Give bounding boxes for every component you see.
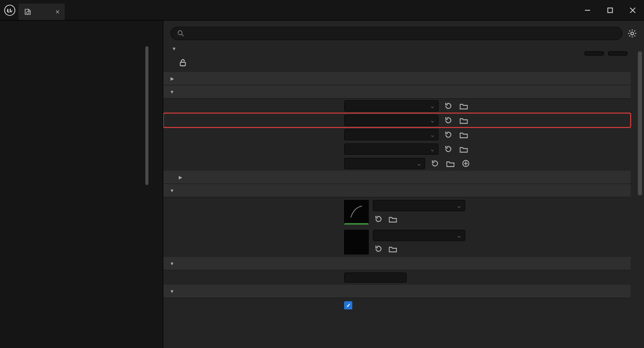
browse-icon[interactable]	[387, 243, 399, 254]
row-subtitles-enabled	[163, 298, 631, 313]
reset-icon[interactable]	[429, 158, 441, 169]
svg-line-16	[634, 30, 635, 31]
material-thumbnail[interactable]	[344, 200, 369, 225]
sidebar-scrollbar[interactable]	[145, 46, 148, 185]
unreal-logo-icon	[4, 5, 15, 16]
settings-gear-icon[interactable]	[628, 29, 637, 38]
preview-shadow-dropdown[interactable]: ⌵	[373, 200, 465, 211]
svg-point-1	[27, 12, 29, 14]
reset-icon[interactable]	[373, 243, 384, 254]
content-panel: ▼ ▶ ▼ ⌵	[163, 21, 644, 348]
subtitles-checkbox[interactable]	[344, 301, 352, 309]
row-viewport-class: ⌵	[163, 113, 631, 127]
material-thumbnail-none[interactable]	[344, 230, 369, 254]
tab-project-settings[interactable]: ×	[18, 4, 65, 20]
section-advanced[interactable]: ▶	[163, 171, 631, 184]
reset-icon[interactable]	[443, 129, 454, 140]
svg-line-14	[634, 35, 635, 36]
row-world-settings: ⌵	[163, 142, 631, 156]
section-default-materials[interactable]: ▼	[163, 184, 631, 197]
row-destructible: ⌵	[163, 227, 631, 257]
close-button[interactable]	[621, 0, 644, 21]
browse-icon[interactable]	[458, 100, 469, 112]
reset-icon[interactable]	[443, 143, 454, 155]
row-near-clip	[163, 270, 631, 285]
tab-close-button[interactable]: ×	[55, 8, 60, 16]
section-fonts[interactable]: ▶	[163, 72, 631, 85]
sidebar	[0, 21, 163, 348]
search-icon	[177, 30, 184, 37]
section-subtitles[interactable]: ▼	[163, 285, 631, 298]
browse-icon[interactable]	[458, 115, 469, 126]
add-icon[interactable]	[460, 158, 471, 169]
row-preview-shadow: ⌵	[163, 197, 631, 227]
local-player-dropdown[interactable]: ⌵	[344, 129, 439, 140]
section-settings[interactable]: ▼	[163, 257, 631, 270]
minimize-button[interactable]	[576, 0, 599, 21]
titlebar: ×	[0, 0, 644, 21]
unlock-icon	[179, 59, 187, 67]
row-level-script: ⌵	[163, 156, 631, 171]
sidebar-section-engine	[0, 26, 161, 35]
browse-icon[interactable]	[387, 213, 399, 225]
browse-icon[interactable]	[445, 158, 456, 169]
search-input[interactable]	[188, 30, 616, 38]
search-box[interactable]	[171, 27, 622, 40]
row-console-class: ⌵	[163, 99, 631, 113]
collapse-icon[interactable]: ▼	[172, 46, 177, 51]
viewport-class-dropdown[interactable]: ⌵	[344, 115, 439, 126]
svg-line-15	[629, 35, 630, 36]
settings-tab-icon	[24, 8, 32, 16]
content-scrollbar[interactable]	[638, 51, 642, 195]
reset-icon[interactable]	[443, 115, 454, 126]
window-controls	[576, 0, 644, 21]
svg-line-13	[629, 30, 630, 31]
import-button[interactable]	[608, 51, 628, 56]
browse-icon[interactable]	[458, 143, 469, 155]
level-script-dropdown[interactable]: ⌵	[344, 158, 425, 169]
section-default-classes[interactable]: ▼	[163, 85, 631, 99]
svg-rect-3	[608, 8, 613, 12]
console-class-dropdown[interactable]: ⌵	[344, 100, 439, 112]
svg-rect-17	[180, 62, 185, 66]
destructible-dropdown[interactable]: ⌵	[373, 230, 465, 241]
export-button[interactable]	[584, 51, 604, 56]
maximize-button[interactable]	[599, 0, 621, 21]
browse-icon[interactable]	[458, 129, 469, 140]
svg-point-6	[178, 31, 182, 35]
near-clip-input[interactable]	[344, 272, 407, 283]
reset-icon[interactable]	[443, 100, 454, 112]
row-local-player: ⌵	[163, 127, 631, 142]
svg-line-7	[182, 34, 184, 36]
reset-icon[interactable]	[373, 213, 384, 225]
world-settings-dropdown[interactable]: ⌵	[344, 143, 439, 155]
svg-point-8	[631, 32, 633, 34]
